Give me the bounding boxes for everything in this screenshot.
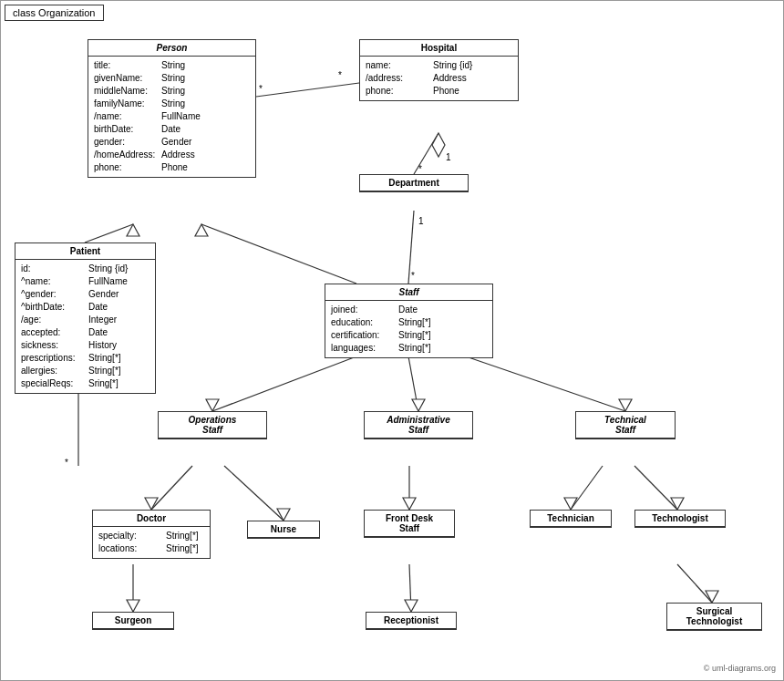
svg-line-23 [151, 466, 192, 510]
svg-line-37 [677, 564, 712, 603]
diagram-title: class Organization [5, 5, 104, 21]
class-technologist: Technologist [634, 510, 726, 528]
class-surgical-technologist-header: SurgicalTechnologist [667, 604, 761, 630]
class-hospital-header: Hospital [360, 40, 518, 57]
class-doctor: Doctor specialty:String[*] locations:Str… [92, 510, 211, 559]
svg-marker-30 [564, 498, 577, 510]
class-person-header: Person [88, 40, 255, 57]
class-staff: Staff joined:Date education:String[*] ce… [325, 284, 493, 358]
svg-text:1: 1 [446, 152, 451, 162]
class-technician: Technician [530, 510, 612, 528]
class-department: Department [359, 174, 469, 192]
svg-line-0 [256, 83, 359, 97]
class-hospital: Hospital name:String {id} /address:Addre… [359, 39, 519, 101]
class-staff-body: joined:Date education:String[*] certific… [325, 301, 492, 357]
class-person: Person title:String givenName:String mid… [88, 39, 256, 178]
svg-marker-34 [127, 600, 139, 612]
class-staff-header: Staff [325, 284, 492, 301]
class-patient-header: Patient [15, 243, 155, 260]
class-front-desk-staff-header: Front DeskStaff [365, 511, 454, 537]
class-operations-staff-header: OperationsStaff [159, 412, 266, 439]
svg-line-17 [212, 356, 356, 411]
svg-line-31 [634, 466, 677, 510]
class-person-body: title:String givenName:String middleName… [88, 57, 255, 177]
svg-text:*: * [418, 164, 422, 174]
class-surgeon: Surgeon [92, 612, 174, 630]
class-technician-header: Technician [531, 511, 611, 527]
class-surgical-technologist: SurgicalTechnologist [666, 603, 762, 631]
class-front-desk-staff: Front DeskStaff [364, 510, 455, 538]
svg-marker-20 [412, 399, 425, 411]
svg-marker-38 [706, 591, 718, 603]
svg-line-7 [408, 211, 414, 284]
svg-line-19 [408, 356, 418, 411]
class-department-header: Department [360, 175, 468, 191]
svg-marker-11 [127, 224, 139, 236]
svg-line-3 [414, 133, 438, 174]
class-administrative-staff: AdministrativeStaff [364, 411, 473, 439]
class-nurse-header: Nurse [248, 521, 319, 538]
class-technical-staff-header: TechnicalStaff [576, 412, 675, 439]
class-doctor-body: specialty:String[*] locations:String[*] [93, 527, 210, 558]
class-technologist-header: Technologist [635, 511, 725, 527]
svg-text:*: * [411, 271, 415, 281]
class-patient: Patient id:String {id} ^name:FullName ^g… [15, 242, 156, 394]
svg-line-10 [85, 224, 133, 242]
class-operations-staff: OperationsStaff [158, 411, 267, 439]
class-receptionist: Receptionist [366, 612, 457, 630]
svg-line-35 [409, 564, 411, 612]
class-technical-staff: TechnicalStaff [575, 411, 676, 439]
svg-marker-24 [145, 498, 158, 510]
svg-line-12 [201, 224, 356, 284]
class-patient-body: id:String {id} ^name:FullName ^gender:Ge… [15, 260, 155, 393]
svg-text:*: * [259, 84, 263, 94]
svg-line-21 [466, 356, 625, 411]
svg-text:1: 1 [418, 216, 424, 226]
svg-marker-36 [405, 600, 418, 612]
svg-text:*: * [65, 458, 68, 468]
svg-marker-22 [619, 399, 632, 411]
svg-marker-32 [671, 498, 684, 510]
svg-marker-28 [403, 498, 416, 510]
class-surgeon-header: Surgeon [93, 613, 173, 629]
diagram-container: class Organization * * 1 * 1 * * * [0, 0, 784, 681]
svg-line-29 [571, 466, 603, 510]
svg-line-25 [224, 466, 284, 521]
class-nurse: Nurse [247, 521, 320, 539]
class-administrative-staff-header: AdministrativeStaff [365, 412, 472, 439]
svg-marker-13 [195, 224, 208, 236]
class-receptionist-header: Receptionist [366, 613, 456, 629]
svg-marker-4 [432, 133, 445, 157]
class-hospital-body: name:String {id} /address:Address phone:… [360, 57, 518, 100]
svg-text:*: * [338, 70, 342, 80]
copyright: © uml-diagrams.org [704, 664, 776, 673]
class-doctor-header: Doctor [93, 511, 210, 527]
svg-marker-26 [277, 509, 290, 521]
svg-marker-18 [206, 399, 219, 411]
